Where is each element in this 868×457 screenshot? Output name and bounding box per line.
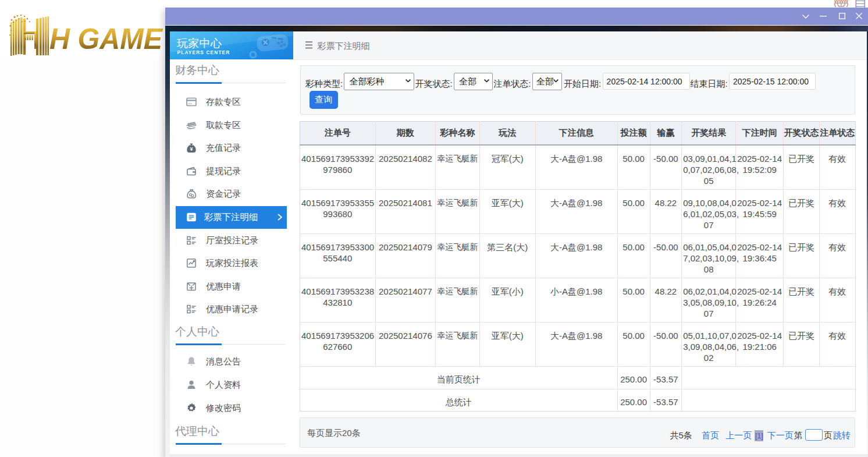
svg-text:¥: ¥ (190, 146, 193, 152)
svg-text:H GAME: H GAME (49, 22, 163, 55)
